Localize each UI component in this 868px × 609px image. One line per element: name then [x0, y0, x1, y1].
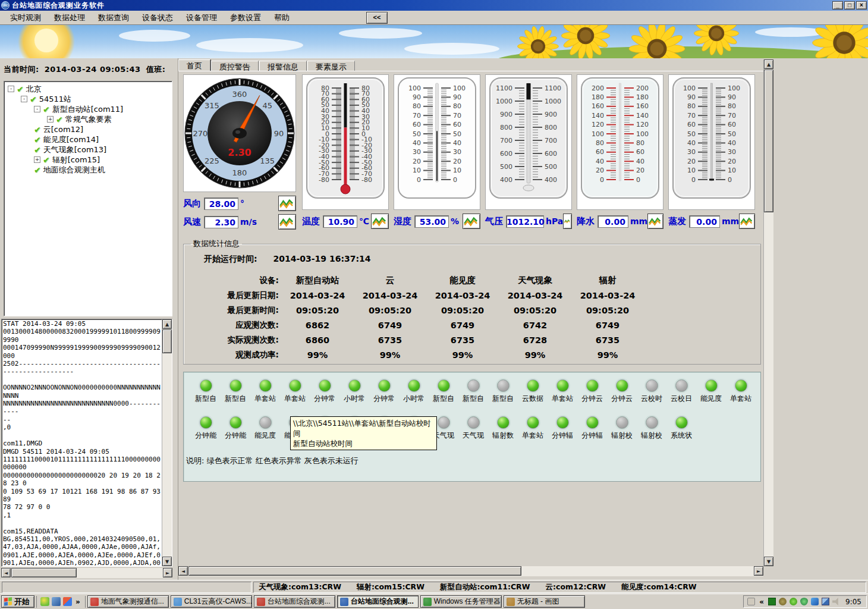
device-led-新型自[interactable]: 新型自	[458, 379, 488, 404]
restore-button[interactable]: □	[844, 1, 855, 10]
tree-node-地面综合观测主机[interactable]: ✔地面综合观测主机	[5, 165, 171, 175]
device-led-新型自[interactable]: 新型自	[191, 379, 221, 404]
main-vertical-scrollbar[interactable]: ▲ ▼	[763, 59, 773, 566]
device-led-单套站[interactable]: 单套站	[548, 379, 577, 404]
taskbar-task-1[interactable]: 地面气象测报通信...	[87, 595, 169, 608]
tree-node-常规气象要素[interactable]: +✔常规气象要素	[5, 114, 171, 124]
scroll-left-icon[interactable]: ◄	[1, 568, 11, 577]
device-led-新型自[interactable]: 新型自	[488, 379, 518, 404]
temperature-chart-button[interactable]	[371, 214, 389, 229]
messenger-icon[interactable]	[811, 598, 819, 605]
tray-chevron[interactable]: «	[758, 598, 765, 606]
device-led-分钟云[interactable]: 分钟云	[577, 379, 607, 404]
device-led-分钟辐[interactable]: 分钟辐	[548, 416, 577, 441]
scroll-down-icon[interactable]: ▼	[764, 557, 773, 566]
device-led-分钟常[interactable]: 分钟常	[369, 379, 399, 404]
tab-报警信息[interactable]: 报警信息	[259, 61, 307, 71]
minimize-button[interactable]: _	[832, 1, 843, 10]
quick-launch-icon[interactable]	[40, 597, 49, 606]
log-hscroll-thumb[interactable]	[11, 568, 77, 577]
device-led-小时常[interactable]: 小时常	[399, 379, 429, 404]
device-led-分钟常[interactable]: 分钟常	[310, 379, 339, 404]
humidity-chart-button[interactable]	[463, 214, 480, 229]
log-scroll-thumb[interactable]	[162, 329, 172, 353]
main-horizontal-scrollbar[interactable]: ◄ ►	[178, 566, 763, 576]
tab-首页[interactable]: 首页	[178, 59, 210, 71]
scroll-right-icon[interactable]: ►	[163, 568, 172, 577]
menu-参数设置[interactable]: 参数设置	[224, 11, 268, 25]
tree-node-能见度[com14][interactable]: ✔能见度[com14]	[5, 134, 171, 145]
volume-muted-icon[interactable]	[832, 598, 840, 605]
main-vscroll-thumb[interactable]	[764, 70, 773, 212]
tree-node-云[com12][interactable]: ✔云[com12]	[5, 124, 171, 134]
log-horizontal-scrollbar[interactable]: ◄ ►	[1, 568, 172, 578]
menu-数据查询[interactable]: 数据查询	[92, 11, 136, 25]
taskbar-task-5[interactable]: Windows 任务管理器	[420, 595, 502, 608]
taskbar-task-3[interactable]: 台站地面综合观测...	[254, 595, 335, 608]
taskbar-task-4[interactable]: 台站地面综合观测...	[337, 595, 419, 608]
tab-质控警告[interactable]: 质控警告	[211, 61, 259, 71]
tree-node-北京[interactable]: -✔北京	[5, 84, 171, 94]
quick-launch-overflow-chevron[interactable]: »	[74, 598, 81, 606]
menu-帮助[interactable]: 帮助	[268, 11, 296, 25]
device-led-辐射校[interactable]: 辐射校	[607, 416, 637, 441]
device-led-分钟能[interactable]: 分钟能	[221, 416, 250, 441]
collapse-node-icon[interactable]: -	[34, 106, 40, 112]
taskbar-task-6[interactable]: 无标题 - 画图	[504, 595, 585, 608]
tree-node-天气现象[com13][interactable]: ✔天气现象[com13]	[5, 145, 171, 155]
taskbar-task-2[interactable]: CL31云高仪-CAWS...	[171, 595, 252, 608]
menu-设备管理[interactable]: 设备管理	[180, 11, 224, 25]
pressure-chart-button[interactable]	[563, 214, 572, 229]
scroll-right-icon[interactable]: ►	[754, 566, 763, 576]
device-led-分钟能[interactable]: 分钟能	[191, 416, 221, 441]
scroll-down-icon[interactable]: ▼	[162, 557, 172, 566]
main-hscroll-thumb[interactable]	[188, 566, 521, 576]
antivirus-icon[interactable]	[779, 598, 787, 605]
show-desktop-icon[interactable]	[52, 597, 61, 606]
evaporation-chart-button[interactable]	[739, 214, 755, 229]
network-monitor-icon[interactable]	[768, 598, 776, 605]
device-led-能见度[interactable]: 能见度	[250, 416, 280, 441]
log-vertical-scrollbar[interactable]: ▲ ▼	[162, 319, 172, 566]
device-led-云数据[interactable]: 云数据	[518, 379, 548, 404]
device-led-分钟辐[interactable]: 分钟辐	[577, 416, 607, 441]
scroll-left-icon[interactable]: ◄	[178, 566, 188, 576]
expand-node-icon[interactable]: +	[34, 156, 40, 163]
device-led-单套站[interactable]: 单套站	[250, 379, 280, 404]
device-led-辐射数[interactable]: 辐射数	[488, 416, 518, 441]
device-led-新型自[interactable]: 新型自	[429, 379, 458, 404]
network-connection-icon[interactable]	[822, 598, 829, 605]
device-led-小时常[interactable]: 小时常	[339, 379, 369, 404]
device-led-新型自[interactable]: 新型自	[221, 379, 250, 404]
device-led-系统状[interactable]: 系统状	[666, 416, 696, 441]
wind-direction-chart-button[interactable]	[278, 196, 296, 211]
tree-node-辐射[com15][interactable]: +✔辐射[com15]	[5, 155, 171, 165]
menu-设备状态[interactable]: 设备状态	[136, 11, 180, 25]
device-led-天气现[interactable]: 天气现	[458, 416, 488, 441]
tree-node-54511站[interactable]: -✔54511站	[5, 94, 171, 104]
device-led-辐射校[interactable]: 辐射校	[637, 416, 666, 441]
security-shield-icon[interactable]	[800, 598, 808, 605]
tab-要素显示[interactable]: 要素显示	[307, 61, 355, 71]
device-led-单套站[interactable]: 单套站	[518, 416, 548, 441]
collapse-node-icon[interactable]: -	[8, 86, 14, 92]
collapse-toolbar-button[interactable]: <<	[366, 12, 388, 24]
scroll-up-icon[interactable]: ▲	[764, 59, 773, 69]
update-icon[interactable]	[790, 598, 797, 605]
device-led-云校日[interactable]: 云校日	[666, 379, 696, 404]
raw-data-log[interactable]: STAT 2014-03-24 09:05 001300014800000832…	[1, 319, 172, 567]
device-led-云校时[interactable]: 云校时	[637, 379, 666, 404]
device-led-分钟云[interactable]: 分钟云	[607, 379, 637, 404]
precipitation-chart-button[interactable]	[647, 214, 663, 229]
media-player-icon[interactable]	[63, 597, 72, 606]
expand-node-icon[interactable]: +	[47, 116, 54, 123]
keyboard-layout-icon[interactable]	[747, 598, 755, 605]
scroll-up-icon[interactable]: ▲	[162, 319, 172, 329]
menu-数据处理[interactable]: 数据处理	[48, 11, 92, 25]
start-button[interactable]: 开始	[1, 595, 34, 608]
device-led-单套站[interactable]: 单套站	[280, 379, 310, 404]
menu-实时观测[interactable]: 实时观测	[4, 11, 48, 25]
tree-node-新型自动站[com11][interactable]: -✔新型自动站[com11]	[5, 104, 171, 114]
wind-speed-chart-button[interactable]	[278, 214, 296, 230]
collapse-node-icon[interactable]: -	[21, 96, 27, 102]
